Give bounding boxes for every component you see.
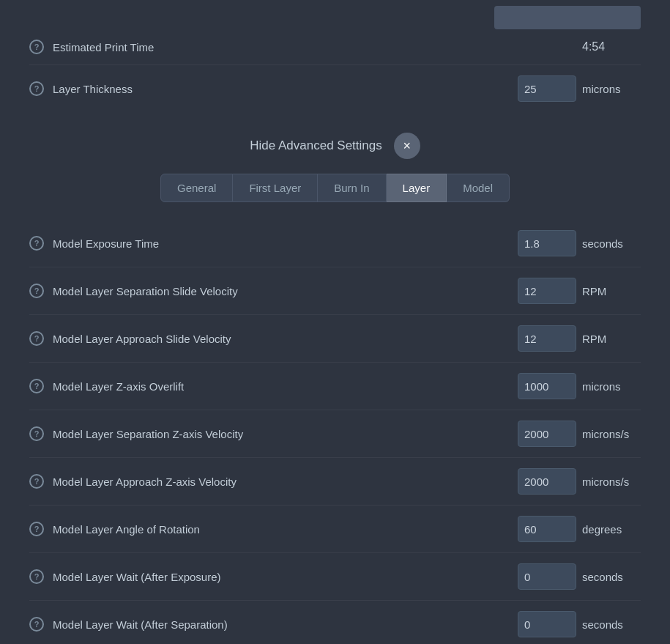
model-layer-z-overlift-help-icon[interactable]: ? bbox=[29, 379, 44, 393]
model-layer-angle-rotation-unit: degrees bbox=[582, 523, 641, 536]
model-exposure-time-help-icon[interactable]: ? bbox=[29, 236, 44, 251]
estimated-print-time-value: 4:54 bbox=[582, 40, 641, 53]
model-layer-sep-z-velocity-input[interactable] bbox=[518, 421, 576, 447]
top-bar bbox=[0, 0, 670, 29]
advanced-settings-toggle-area: Hide Advanced Settings × bbox=[0, 112, 670, 174]
model-layer-wait-after-exposure-input[interactable] bbox=[518, 563, 576, 590]
model-layer-approach-slide-velocity-input[interactable] bbox=[518, 325, 576, 352]
model-layer-z-overlift-unit: microns bbox=[582, 380, 641, 393]
model-layer-z-overlift-row: ? Model Layer Z-axis Overlift microns bbox=[29, 363, 641, 410]
page-container: ? Estimated Print Time 4:54 ? Layer Thic… bbox=[0, 0, 670, 644]
layer-thickness-input[interactable] bbox=[518, 75, 576, 102]
close-icon: × bbox=[403, 138, 411, 154]
model-layer-approach-slide-velocity-help-icon[interactable]: ? bbox=[29, 331, 44, 346]
model-layer-wait-after-exposure-unit: seconds bbox=[582, 571, 641, 583]
model-layer-sep-z-velocity-label: Model Layer Separation Z-axis Velocity bbox=[53, 428, 518, 440]
model-layer-approach-slide-velocity-label: Model Layer Approach Slide Velocity bbox=[53, 333, 518, 345]
layer-thickness-unit: microns bbox=[582, 83, 641, 95]
top-settings-section: ? Estimated Print Time 4:54 ? Layer Thic… bbox=[0, 29, 670, 112]
tab-burn-in[interactable]: Burn In bbox=[318, 174, 386, 202]
tab-general[interactable]: General bbox=[160, 174, 233, 202]
model-layer-angle-rotation-input[interactable] bbox=[518, 516, 576, 542]
model-layer-sep-slide-velocity-help-icon[interactable]: ? bbox=[29, 284, 44, 298]
model-layer-wait-after-separation-row: ? Model Layer Wait (After Separation) se… bbox=[29, 601, 641, 644]
model-layer-angle-rotation-help-icon[interactable]: ? bbox=[29, 522, 44, 536]
model-layer-wait-after-separation-input[interactable] bbox=[518, 611, 576, 637]
model-exposure-time-label: Model Exposure Time bbox=[53, 237, 518, 250]
model-layer-approach-z-velocity-input[interactable] bbox=[518, 468, 576, 495]
layer-thickness-help-icon[interactable]: ? bbox=[29, 81, 44, 96]
model-layer-wait-after-exposure-label: Model Layer Wait (After Exposure) bbox=[53, 571, 518, 583]
model-exposure-time-row: ? Model Exposure Time seconds bbox=[29, 220, 641, 267]
estimated-print-time-label: Estimated Print Time bbox=[53, 41, 582, 53]
model-layer-wait-after-separation-help-icon[interactable]: ? bbox=[29, 617, 44, 632]
model-layer-sep-z-velocity-unit: microns/s bbox=[582, 428, 641, 440]
hide-advanced-settings-button[interactable]: × bbox=[394, 133, 420, 159]
top-input[interactable] bbox=[494, 6, 641, 29]
estimated-print-time-row: ? Estimated Print Time 4:54 bbox=[29, 29, 641, 65]
model-layer-wait-after-separation-unit: seconds bbox=[582, 618, 641, 631]
model-layer-approach-z-velocity-unit: microns/s bbox=[582, 475, 641, 488]
model-layer-approach-z-velocity-help-icon[interactable]: ? bbox=[29, 474, 44, 489]
model-layer-sep-slide-velocity-unit: RPM bbox=[582, 285, 641, 297]
model-layer-approach-slide-velocity-row: ? Model Layer Approach Slide Velocity RP… bbox=[29, 315, 641, 363]
model-layer-wait-after-exposure-help-icon[interactable]: ? bbox=[29, 569, 44, 584]
model-layer-approach-z-velocity-label: Model Layer Approach Z-axis Velocity bbox=[53, 475, 518, 488]
model-settings-section: ? Model Exposure Time seconds ? Model La… bbox=[0, 220, 670, 644]
model-layer-angle-rotation-label: Model Layer Angle of Rotation bbox=[53, 523, 518, 536]
advanced-toggle-label: Hide Advanced Settings bbox=[250, 138, 382, 153]
tab-layer[interactable]: Layer bbox=[387, 174, 447, 202]
model-exposure-time-unit: seconds bbox=[582, 237, 641, 250]
model-layer-z-overlift-label: Model Layer Z-axis Overlift bbox=[53, 380, 518, 393]
layer-thickness-label: Layer Thickness bbox=[53, 83, 518, 95]
model-exposure-time-input[interactable] bbox=[518, 230, 576, 256]
model-layer-z-overlift-input[interactable] bbox=[518, 373, 576, 399]
model-layer-angle-rotation-row: ? Model Layer Angle of Rotation degrees bbox=[29, 506, 641, 553]
model-layer-sep-z-velocity-help-icon[interactable]: ? bbox=[29, 426, 44, 441]
tab-model[interactable]: Model bbox=[447, 174, 510, 202]
model-layer-approach-slide-velocity-unit: RPM bbox=[582, 333, 641, 345]
model-layer-wait-after-exposure-row: ? Model Layer Wait (After Exposure) seco… bbox=[29, 553, 641, 601]
model-layer-wait-after-separation-label: Model Layer Wait (After Separation) bbox=[53, 618, 518, 631]
model-layer-sep-slide-velocity-row: ? Model Layer Separation Slide Velocity … bbox=[29, 267, 641, 315]
tabs-container: General First Layer Burn In Layer Model bbox=[0, 174, 670, 220]
tab-first-layer[interactable]: First Layer bbox=[233, 174, 318, 202]
model-layer-sep-z-velocity-row: ? Model Layer Separation Z-axis Velocity… bbox=[29, 410, 641, 458]
model-layer-approach-z-velocity-row: ? Model Layer Approach Z-axis Velocity m… bbox=[29, 458, 641, 506]
layer-thickness-row: ? Layer Thickness microns bbox=[29, 65, 641, 112]
model-layer-sep-slide-velocity-label: Model Layer Separation Slide Velocity bbox=[53, 285, 518, 297]
model-layer-sep-slide-velocity-input[interactable] bbox=[518, 278, 576, 304]
estimated-print-time-help-icon[interactable]: ? bbox=[29, 40, 44, 54]
